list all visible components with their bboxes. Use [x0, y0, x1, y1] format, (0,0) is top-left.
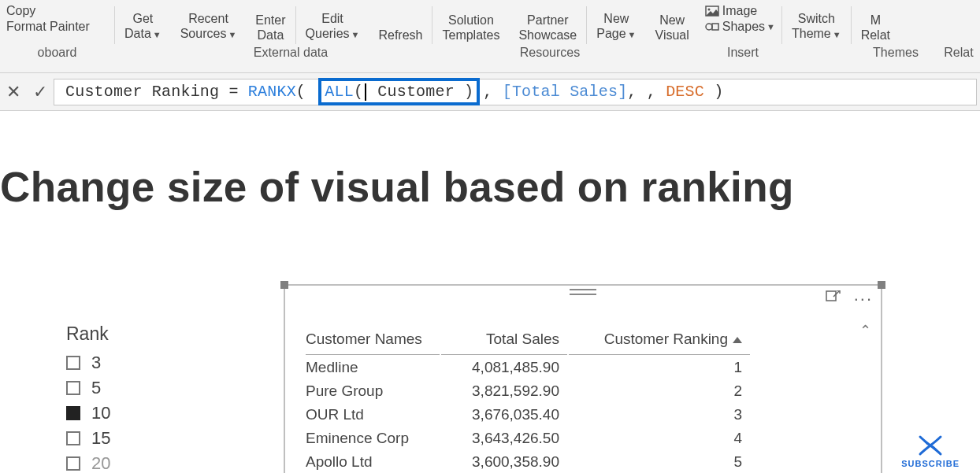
subscribe-label: SUBSCRIBE	[901, 459, 960, 468]
group-label-themes: Themes	[853, 46, 938, 66]
partner-showcase-button[interactable]: Partner Showcase	[512, 3, 583, 42]
formula-all-close: )	[464, 83, 473, 101]
cell-rank: 5	[569, 451, 750, 473]
table-visual[interactable]: ··· Customer Names Total Sales Customer …	[284, 284, 882, 473]
formula-sep: ,	[483, 83, 502, 101]
group-label-relationships: Relat	[938, 46, 979, 66]
subscribe-badge[interactable]: SUBSCRIBE	[901, 434, 960, 468]
ribbon: Copy Format Painter Get Data▼ Recent Sou…	[0, 0, 980, 73]
rank-slicer-item[interactable]: 5	[66, 378, 110, 398]
cell-sales: 3,821,592.90	[441, 380, 567, 402]
visual-options-button[interactable]: ···	[854, 289, 873, 309]
recent-sources-button[interactable]: Recent Sources▼	[174, 3, 243, 42]
dna-icon	[917, 434, 944, 457]
rank-slicer[interactable]: Rank 35101520	[66, 323, 110, 473]
shapes-cluster: Image Shapes▼	[699, 3, 781, 35]
table-row[interactable]: Medline4,081,485.901	[306, 357, 750, 379]
rank-slicer-label: 15	[91, 428, 110, 449]
checkbox-icon[interactable]	[66, 431, 80, 445]
rank-slicer-label: 20	[91, 453, 110, 473]
image-button[interactable]: Image	[705, 3, 757, 19]
cell-rank: 3	[569, 404, 750, 426]
col-header-sales[interactable]: Total Sales	[441, 328, 567, 355]
formula-prefix: Customer Ranking =	[65, 83, 248, 101]
rank-slicer-label: 5	[91, 378, 101, 398]
formula-commit-button[interactable]: ✓	[27, 82, 54, 102]
checkbox-icon[interactable]	[66, 381, 80, 395]
col-header-name[interactable]: Customer Names	[306, 328, 440, 355]
resize-handle[interactable]	[878, 281, 885, 289]
report-canvas[interactable]: Change size of visual based on ranking R…	[0, 111, 980, 473]
new-page-button[interactable]: New Page▼	[590, 3, 642, 42]
checkbox-icon[interactable]	[66, 356, 80, 370]
formula-measure: [Total Sales]	[503, 83, 628, 101]
rank-slicer-item[interactable]: 10	[66, 403, 110, 423]
shapes-icon	[705, 21, 719, 32]
table-row[interactable]: Pure Group3,821,592.902	[306, 380, 750, 402]
new-visual-button[interactable]: New Visual	[649, 3, 696, 42]
cell-sales: 3,676,035.40	[441, 404, 567, 426]
format-painter-button[interactable]: Format Painter	[6, 19, 90, 35]
get-data-button[interactable]: Get Data▼	[118, 3, 168, 42]
group-label-insert: Insert	[633, 46, 853, 66]
sort-asc-icon	[733, 337, 742, 343]
cell-name: Eminence Corp	[306, 427, 440, 449]
group-label-clipboard: oboard	[0, 46, 114, 66]
rank-slicer-item[interactable]: 15	[66, 428, 110, 449]
checkbox-icon[interactable]	[66, 406, 80, 420]
cell-name: Apollo Ltd	[306, 451, 440, 473]
formula-cancel-button[interactable]: ✕	[0, 82, 27, 102]
data-table: Customer Names Total Sales Customer Rank…	[304, 327, 752, 473]
cell-rank: 2	[569, 380, 750, 402]
resize-handle[interactable]	[280, 281, 288, 289]
rank-slicer-item[interactable]: 3	[66, 353, 110, 373]
group-label-resources: Resources	[467, 46, 633, 66]
formula-bar: ✕ ✓ Customer Ranking = RANKX ( ALL ( Cus…	[0, 73, 980, 111]
cell-sales: 4,081,485.90	[441, 357, 567, 379]
formula-sep2: , ,	[627, 83, 666, 101]
formula-desc: DESC	[666, 83, 704, 101]
checkbox-icon[interactable]	[66, 456, 80, 471]
rank-slicer-title: Rank	[66, 323, 110, 345]
copy-button[interactable]: Copy	[6, 3, 35, 19]
table-row[interactable]: Apollo Ltd3,600,358.905	[306, 451, 750, 473]
ribbon-group-labels: oboard External data Resources Insert Th…	[0, 46, 980, 66]
cell-name: Pure Group	[306, 380, 440, 402]
formula-highlight-all: ALL ( Customer )	[318, 78, 480, 105]
refresh-button[interactable]: Refresh	[372, 3, 429, 42]
svg-point-2	[706, 24, 712, 30]
formula-input[interactable]: Customer Ranking = RANKX ( ALL ( Custome…	[54, 79, 977, 105]
cell-sales: 3,643,426.50	[441, 427, 567, 449]
svg-point-1	[707, 9, 710, 11]
table-row[interactable]: Eminence Corp3,643,426.504	[306, 427, 750, 449]
cell-name: OUR Ltd	[306, 404, 440, 426]
table-row[interactable]: OUR Ltd3,676,035.403	[306, 404, 750, 426]
scroll-up-icon[interactable]: ⌃	[859, 322, 871, 339]
shapes-button[interactable]: Shapes▼	[705, 19, 775, 35]
focus-mode-button[interactable]	[826, 290, 841, 308]
page-title: Change size of visual based on ranking	[0, 163, 794, 211]
image-icon	[705, 6, 719, 17]
formula-fn-all: ALL	[325, 83, 354, 101]
cell-rank: 1	[569, 357, 750, 379]
rank-slicer-items: 35101520	[66, 353, 110, 473]
switch-theme-button[interactable]: Switch Theme▼	[785, 3, 848, 42]
formula-all-arg: Customer	[368, 83, 464, 101]
vertical-scrollbar[interactable]: ⌃	[857, 322, 873, 473]
focus-mode-icon	[826, 290, 841, 305]
visual-header: ···	[826, 289, 873, 309]
edit-queries-button[interactable]: Edit Queries▼	[299, 3, 366, 42]
cell-name: Medline	[306, 357, 440, 379]
solution-templates-button[interactable]: Solution Templates	[436, 3, 506, 42]
text-cursor-icon	[365, 83, 366, 101]
drag-grip-icon[interactable]	[570, 289, 596, 295]
formula-fn-rankx: RANKX	[248, 83, 296, 101]
enter-data-button[interactable]: Enter Data	[249, 3, 291, 42]
manage-relationships-button[interactable]: M Relat	[855, 3, 896, 42]
rank-slicer-item[interactable]: 20	[66, 453, 110, 473]
col-header-rank[interactable]: Customer Ranking	[569, 328, 750, 355]
cell-rank: 4	[569, 427, 750, 449]
formula-all-open: (	[354, 83, 363, 101]
formula-close: )	[704, 83, 723, 101]
svg-rect-3	[712, 24, 718, 30]
